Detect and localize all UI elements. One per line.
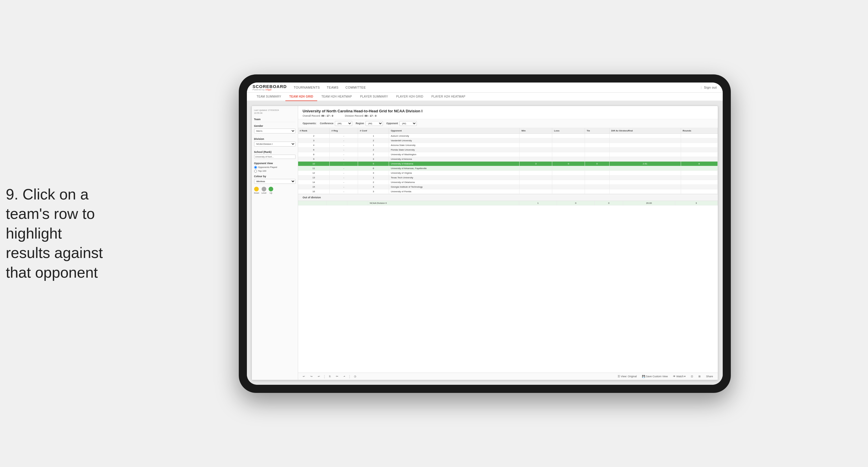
- table-row[interactable]: 4-1Arizona State University: [298, 143, 718, 147]
- separator: |: [701, 86, 702, 89]
- out-of-division-table: NCAA Division II 1 0 0 26.00 3: [298, 201, 718, 206]
- add-btn[interactable]: +•: [335, 374, 339, 378]
- tab-team-h2h-grid[interactable]: TEAM H2H GRID: [285, 93, 317, 101]
- tab-team-summary[interactable]: TEAM SUMMARY: [253, 93, 285, 101]
- table-row[interactable]: 13-1Texas Tech University: [298, 175, 718, 180]
- table-cell: [609, 180, 681, 184]
- watch-btn[interactable]: 👁 Watch ▾: [672, 374, 687, 378]
- history-btn[interactable]: ◷: [353, 374, 358, 378]
- division-record-label: Division Record: 88 - 17 - 0: [345, 114, 376, 117]
- table-cell: University of Arizona: [389, 157, 520, 161]
- table-row[interactable]: 9-3University of Arizona: [298, 157, 718, 161]
- table-row[interactable]: 8-2University of Washington: [298, 152, 718, 157]
- sidebar-division-label: Division: [254, 138, 296, 140]
- table-cell: [585, 152, 610, 157]
- table-cell: [609, 143, 681, 147]
- undo2-btn[interactable]: ↩: [317, 374, 321, 378]
- opponent-filter-select[interactable]: (All): [399, 121, 417, 126]
- table-cell: [520, 180, 552, 184]
- tab-player-summary[interactable]: PLAYER SUMMARY: [356, 93, 392, 101]
- sidebar-division-select[interactable]: NCAA Division I: [254, 142, 296, 146]
- table-cell: [609, 184, 681, 189]
- annotation-text: 9. Click on a team's row to highlight re…: [6, 185, 107, 283]
- nav-teams[interactable]: TEAMS: [327, 85, 338, 90]
- table-cell: [609, 134, 681, 138]
- radio-top100[interactable]: Top 100: [254, 170, 296, 173]
- radio-group: Opponents Played Top 100: [254, 166, 296, 173]
- table-cell: 3: [358, 157, 389, 161]
- remove-btn[interactable]: -•: [342, 374, 346, 378]
- copy-btn[interactable]: ⎘: [328, 374, 332, 378]
- table-cell: 5: [358, 161, 389, 166]
- table-cell: -: [330, 152, 358, 157]
- view-original-btn[interactable]: ☰ View: Original: [617, 374, 638, 378]
- radio-opponents-played[interactable]: Opponents Played: [254, 166, 296, 169]
- table-cell: [609, 147, 681, 152]
- table-row[interactable]: 10-5University of Alabama3002.618: [298, 161, 718, 166]
- save-custom-btn[interactable]: 💾 Save Custom View: [641, 374, 669, 378]
- table-cell: [609, 175, 681, 180]
- table-cell: -: [330, 184, 358, 189]
- out-of-division-row[interactable]: NCAA Division II 1 0 0 26.00 3: [298, 201, 718, 206]
- table-cell: 13: [298, 175, 330, 180]
- colour-by-select[interactable]: Win/loss: [254, 179, 296, 184]
- table-cell: -: [330, 166, 358, 171]
- table-cell: -: [330, 143, 358, 147]
- table-cell: 3: [358, 189, 389, 194]
- table-cell: [520, 189, 552, 194]
- table-row[interactable]: 16-3University of Florida: [298, 189, 718, 194]
- nav-committee[interactable]: COMMITTEE: [346, 85, 366, 90]
- table-cell: [552, 171, 585, 175]
- conference-filter-select[interactable]: (All): [335, 121, 352, 126]
- bottom-toolbar: ↩ ↪ ↩ | ⎘ +• -• | ◷ ☰ View: Original 💾 S…: [298, 373, 718, 380]
- sidebar-gender-select[interactable]: Men's: [254, 128, 296, 134]
- table-row[interactable]: 14-2University of Oklahoma: [298, 180, 718, 184]
- col-header-tie: Tie: [585, 128, 610, 134]
- table-cell: -: [330, 161, 358, 166]
- device-screen: SCOREBOARD Powered by clippi TOURNAMENTS…: [247, 83, 723, 385]
- table-body: 2-1Auburn University3-2Vanderbilt Univer…: [298, 134, 718, 194]
- icon1-btn[interactable]: ⊡: [690, 374, 694, 378]
- icon2-btn[interactable]: ⊞: [697, 374, 702, 378]
- table-cell: [585, 143, 610, 147]
- table-cell: [520, 166, 552, 171]
- sign-out-link[interactable]: Sign out: [704, 85, 717, 90]
- sidebar-opponent-view-label: Opponent View: [254, 162, 296, 165]
- table-cell: 2: [358, 147, 389, 152]
- undo-btn[interactable]: ↩: [302, 374, 306, 378]
- sign-out-area: | Sign out: [701, 85, 717, 90]
- nav-tournaments[interactable]: TOURNAMENTS: [294, 85, 320, 90]
- toolbar-sep2: |: [349, 374, 350, 378]
- table-cell: [681, 147, 717, 152]
- table-cell: Georgia Institute of Technology: [389, 184, 520, 189]
- table-cell: 6: [358, 166, 389, 171]
- ood-loss: 0: [557, 201, 595, 206]
- tab-team-h2h-heatmap[interactable]: TEAM H2H HEATMAP: [317, 93, 356, 101]
- table-cell: 4: [358, 184, 389, 189]
- tab-player-h2h-heatmap[interactable]: PLAYER H2H HEATMAP: [428, 93, 469, 101]
- device-frame: SCOREBOARD Powered by clippi TOURNAMENTS…: [239, 75, 731, 393]
- col-header-diff: Diff Av Strokes/Rnd: [609, 128, 681, 134]
- table-row[interactable]: 12-3University of Virginia: [298, 171, 718, 175]
- table-row[interactable]: 11-6University of Arkansas, Fayetteville: [298, 166, 718, 171]
- legend-level-text: Level: [261, 192, 266, 194]
- redo-btn[interactable]: ↪: [309, 374, 314, 378]
- region-filter-select[interactable]: (All): [366, 121, 383, 126]
- table-cell: [585, 134, 610, 138]
- legend-down-circle: [254, 187, 259, 192]
- tab-player-h2h-grid[interactable]: PLAYER H2H GRID: [392, 93, 428, 101]
- table-row[interactable]: 15-4Georgia Institute of Technology: [298, 184, 718, 189]
- ood-tie: 0: [595, 201, 623, 206]
- table-row[interactable]: 3-2Vanderbilt University: [298, 138, 718, 143]
- table-cell: [681, 152, 717, 157]
- table-cell: [585, 171, 610, 175]
- table-cell: [585, 184, 610, 189]
- table-cell: Florida State University: [389, 147, 520, 152]
- table-cell: [520, 152, 552, 157]
- table-row[interactable]: 6-2Florida State University: [298, 147, 718, 152]
- table-row[interactable]: 2-1Auburn University: [298, 134, 718, 138]
- toolbar-sep1: |: [324, 374, 325, 378]
- table-cell: [585, 180, 610, 184]
- ood-reg: [326, 201, 347, 206]
- share-btn[interactable]: Share: [705, 374, 714, 378]
